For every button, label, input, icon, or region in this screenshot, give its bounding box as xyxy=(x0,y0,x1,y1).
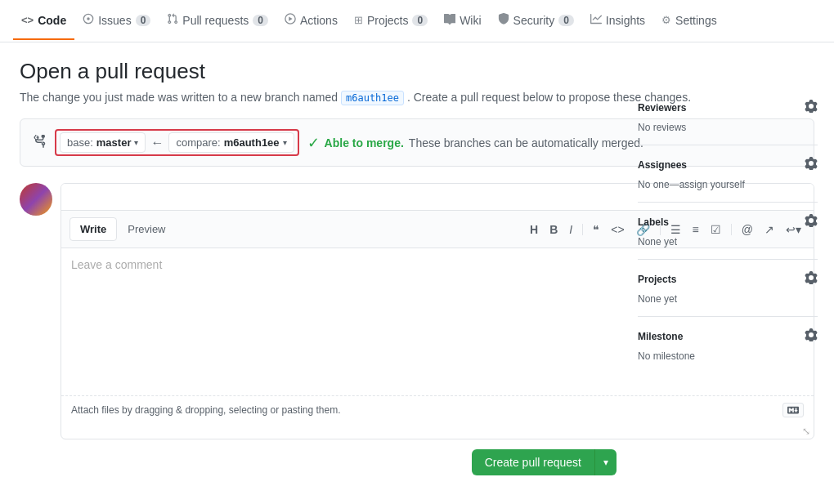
sidebar-value-milestone: No milestone xyxy=(638,350,695,362)
subtitle-prefix: The change you just made was written to … xyxy=(20,91,338,104)
gear-icon-reviewers[interactable] xyxy=(805,100,818,115)
create-pull-request-label: Create pull request xyxy=(472,449,595,475)
sidebar-label-labels: Labels xyxy=(638,216,669,228)
sidebar-section-milestone: MilestoneNo milestone xyxy=(638,317,818,373)
tab-projects-label: Projects xyxy=(367,14,409,27)
sidebar-header-reviewers: Reviewers xyxy=(638,100,818,115)
tab-settings[interactable]: ⚙ Settings xyxy=(653,2,725,40)
action-row: Create pull request ▾ xyxy=(20,449,617,475)
sidebar-section-reviewers: ReviewersNo reviews xyxy=(638,88,818,145)
italic-icon: I xyxy=(569,223,572,236)
sidebar-header-milestone: Milestone xyxy=(638,328,818,344)
merge-desc: These branches can be automatically merg… xyxy=(409,136,643,149)
tab-issues-label: Issues xyxy=(98,14,131,27)
quote-button[interactable]: ❝ xyxy=(589,221,603,238)
bold-button[interactable]: B xyxy=(545,221,562,238)
tab-security-label: Security xyxy=(513,14,555,27)
create-pull-request-button[interactable]: Create pull request ▾ xyxy=(472,449,617,475)
tab-wiki-label: Wiki xyxy=(460,14,481,27)
left-arrow-icon: ← xyxy=(150,136,164,150)
preview-tab[interactable]: Preview xyxy=(117,217,176,241)
toolbar-separator-1 xyxy=(582,224,583,235)
tab-code[interactable]: <> Code xyxy=(13,2,74,40)
wiki-icon xyxy=(444,13,455,27)
top-navigation: <> Code Issues 0 Pull requests 0 Actions… xyxy=(0,0,834,42)
sidebar-label-reviewers: Reviewers xyxy=(638,102,686,114)
create-dropdown-caret[interactable]: ▾ xyxy=(595,450,617,475)
sidebar-header-projects: Projects xyxy=(638,271,818,287)
page-title: Open a pull request xyxy=(20,59,814,84)
tab-security[interactable]: Security 0 xyxy=(490,2,582,40)
editor-tabs: Write Preview xyxy=(70,217,177,241)
base-branch-value: master xyxy=(96,136,132,149)
merge-status: ✓ Able to merge. These branches can be a… xyxy=(307,134,643,152)
branch-tag: m6auth1ee xyxy=(341,91,404,105)
merge-check-icon: ✓ xyxy=(307,134,320,152)
compare-arrows-icon xyxy=(34,135,47,151)
tab-pull-requests-label: Pull requests xyxy=(182,14,249,27)
code-icon: <> xyxy=(611,223,624,236)
tab-insights-label: Insights xyxy=(606,14,645,27)
gear-icon-projects[interactable] xyxy=(805,271,818,287)
sidebar-label-projects: Projects xyxy=(638,274,676,285)
merge-label: Able to merge. xyxy=(325,136,404,149)
sidebar-section-labels: LabelsNone yet xyxy=(638,203,818,260)
svg-marker-3 xyxy=(289,16,292,20)
gear-icon-assignees[interactable] xyxy=(805,157,818,172)
sidebar-label-assignees: Assignees xyxy=(638,159,687,171)
tab-code-label: Code xyxy=(38,14,66,27)
pull-requests-icon xyxy=(167,13,178,27)
sidebar-value-assignees: No one—assign yourself xyxy=(638,179,745,190)
attach-text: Attach files by dragging & dropping, sel… xyxy=(71,404,341,416)
projects-icon: ⊞ xyxy=(354,14,363,26)
security-badge: 0 xyxy=(558,15,574,26)
sidebar-section-assignees: AssigneesNo one—assign yourself xyxy=(638,145,818,203)
tab-projects[interactable]: ⊞ Projects 0 xyxy=(346,2,436,40)
actions-icon xyxy=(285,13,296,27)
quote-icon: ❝ xyxy=(593,223,599,236)
settings-icon: ⚙ xyxy=(661,14,671,26)
base-branch-select[interactable]: base: master ▾ xyxy=(60,132,146,153)
sidebar-value-labels: None yet xyxy=(638,236,677,248)
resize-handle: ⤡ xyxy=(61,424,814,439)
sidebar-value-reviewers: No reviews xyxy=(638,122,686,133)
sidebar-sections: ReviewersNo reviewsAssigneesNo one—assig… xyxy=(638,88,818,373)
sidebar-header-labels: Labels xyxy=(638,214,818,230)
pull-requests-badge: 0 xyxy=(253,15,268,26)
comment-footer: Attach files by dragging & dropping, sel… xyxy=(61,395,814,424)
base-branch-label: base: xyxy=(67,136,93,149)
insights-icon xyxy=(590,13,602,27)
compare-branch-label: compare: xyxy=(176,136,220,149)
svg-point-1 xyxy=(87,17,90,20)
write-tab[interactable]: Write xyxy=(70,217,117,241)
sidebar-value-projects: None yet xyxy=(638,293,677,305)
base-branch-caret: ▾ xyxy=(134,138,138,147)
heading-icon: H xyxy=(530,223,538,236)
gear-icon-labels[interactable] xyxy=(805,214,818,230)
tab-actions[interactable]: Actions xyxy=(276,2,346,40)
pr-sidebar: ReviewersNo reviewsAssigneesNo one—assig… xyxy=(638,88,818,373)
tab-wiki[interactable]: Wiki xyxy=(436,2,489,40)
avatar xyxy=(20,183,52,216)
branch-comparison-box: base: master ▾ ← compare: m6auth1ee ▾ xyxy=(55,129,299,156)
tab-insights[interactable]: Insights xyxy=(582,2,653,40)
sidebar-label-milestone: Milestone xyxy=(638,331,683,342)
security-icon xyxy=(498,13,509,27)
heading-button[interactable]: H xyxy=(526,221,542,238)
sidebar-header-assignees: Assignees xyxy=(638,157,818,172)
tab-issues[interactable]: Issues 0 xyxy=(74,2,159,40)
compare-branch-select[interactable]: compare: m6auth1ee ▾ xyxy=(168,132,294,153)
tab-pull-requests[interactable]: Pull requests 0 xyxy=(159,2,276,40)
projects-badge: 0 xyxy=(412,15,428,26)
sidebar-section-projects: ProjectsNone yet xyxy=(638,260,818,317)
code-button[interactable]: <> xyxy=(607,221,628,238)
tab-settings-label: Settings xyxy=(675,14,717,27)
tab-actions-label: Actions xyxy=(300,14,338,27)
issues-icon xyxy=(83,13,94,27)
compare-branch-value: m6auth1ee xyxy=(224,136,280,149)
issues-badge: 0 xyxy=(136,15,151,26)
italic-button[interactable]: I xyxy=(565,221,576,238)
gear-icon-milestone[interactable] xyxy=(805,328,818,344)
compare-branch-caret: ▾ xyxy=(283,138,287,147)
bold-icon: B xyxy=(549,223,558,236)
